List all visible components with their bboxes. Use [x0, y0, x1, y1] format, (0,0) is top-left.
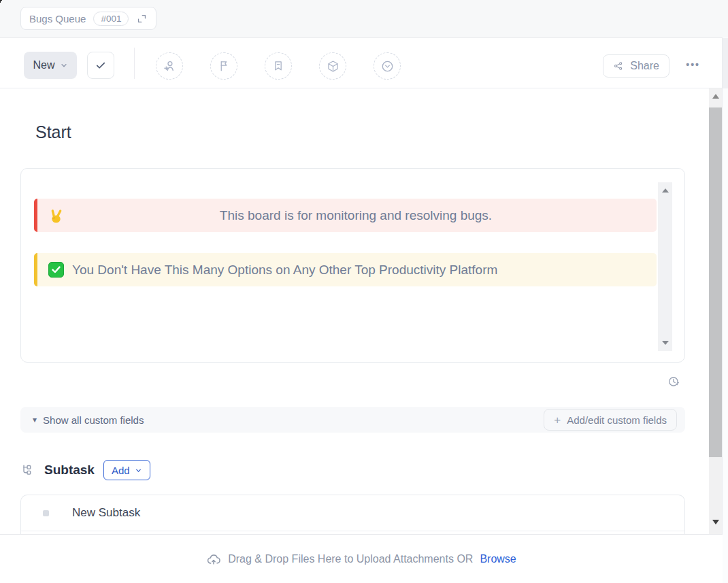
- task-toolbar: New: [0, 38, 723, 88]
- share-icon: [613, 61, 624, 71]
- add-custom-fields-button[interactable]: + Add/edit custom fields: [544, 409, 677, 431]
- subtask-row-label: New Subtask: [72, 506, 140, 520]
- set-assignee-button[interactable]: [156, 52, 183, 80]
- add-subtask-label: Add: [112, 465, 130, 476]
- circle-chevron-icon: [380, 59, 395, 73]
- banner-text: You Don't Have This Many Options on Any …: [72, 263, 497, 278]
- toolbar-divider: [134, 48, 135, 79]
- subtask-tree-icon: [20, 463, 35, 478]
- subtask-section-title: Subtask: [44, 463, 95, 478]
- task-breadcrumb-pill[interactable]: Bugs Queue #001: [20, 7, 156, 30]
- page-scrollbar[interactable]: [709, 88, 722, 534]
- subtask-section-header: Subtask Add: [20, 460, 150, 480]
- description-card[interactable]: This board is for monitoring and resolvi…: [20, 168, 685, 363]
- dependencies-button[interactable]: [319, 52, 346, 80]
- task-detail-window: Bugs Queue #001 New: [0, 0, 728, 583]
- scrollbar-thumb[interactable]: [709, 107, 722, 457]
- checkmark-icon: [95, 59, 107, 71]
- banner-monitoring[interactable]: This board is for monitoring and resolvi…: [34, 199, 657, 232]
- task-id-badge: #001: [93, 12, 129, 26]
- scroll-up-arrow-icon[interactable]: [662, 188, 669, 193]
- add-tag-button[interactable]: [265, 52, 292, 80]
- show-custom-fields-label: Show all custom fields: [43, 414, 144, 426]
- subtask-list-card: New Subtask: [20, 495, 685, 534]
- history-clock-icon[interactable]: [667, 375, 681, 389]
- upload-cloud-icon: [206, 552, 221, 567]
- banner-text: This board is for monitoring and resolvi…: [65, 208, 647, 223]
- custom-fields-bar: ▾ Show all custom fields + Add/edit cust…: [20, 407, 685, 433]
- caret-down-icon: ▾: [33, 416, 37, 424]
- share-button[interactable]: Share: [603, 54, 669, 78]
- task-title[interactable]: Start: [35, 122, 71, 142]
- assignee-person-icon: [162, 59, 177, 73]
- add-custom-fields-label: Add/edit custom fields: [567, 414, 667, 426]
- cursor-artifact: [0, 0, 5, 7]
- mark-complete-button[interactable]: [87, 52, 114, 79]
- share-label: Share: [630, 60, 659, 72]
- task-name: Bugs Queue: [29, 13, 86, 24]
- task-status-button[interactable]: [374, 52, 401, 80]
- attachment-dropzone[interactable]: Drag & Drop Files Here to Upload Attachm…: [0, 535, 723, 583]
- tag-bookmark-icon: [271, 59, 285, 73]
- chevron-down-icon: [60, 61, 68, 69]
- topbar: Bugs Queue #001: [0, 0, 728, 38]
- scroll-up-arrow-icon[interactable]: [712, 94, 719, 99]
- browse-link[interactable]: Browse: [480, 553, 516, 565]
- add-subtask-button[interactable]: Add: [103, 460, 150, 480]
- subtask-status-bullet[interactable]: [43, 510, 49, 516]
- plus-icon: +: [554, 414, 561, 426]
- subtask-row[interactable]: New Subtask: [21, 495, 684, 531]
- banner-options[interactable]: You Don't Have This Many Options on Any …: [34, 253, 657, 286]
- cube-icon: [326, 59, 340, 73]
- flag-icon: [217, 59, 231, 73]
- scroll-down-arrow-icon[interactable]: [712, 520, 719, 524]
- check-mark-emoji: [48, 262, 64, 278]
- scroll-down-arrow-icon[interactable]: [662, 341, 669, 345]
- window-right-edge-top: [723, 38, 728, 88]
- set-priority-button[interactable]: [210, 52, 237, 80]
- victory-hand-emoji: [48, 207, 65, 224]
- dropzone-text: Drag & Drop Files Here to Upload Attachm…: [228, 553, 473, 565]
- show-custom-fields-toggle[interactable]: ▾ Show all custom fields: [33, 407, 144, 433]
- description-scrollbar[interactable]: [658, 182, 672, 351]
- window-right-edge: [722, 37, 728, 583]
- status-new-button[interactable]: New: [24, 52, 77, 79]
- more-options-button[interactable]: •••: [686, 59, 700, 70]
- open-task-icon[interactable]: [136, 13, 148, 24]
- status-new-label: New: [33, 59, 54, 71]
- attachment-footer: Drag & Drop Files Here to Upload Attachm…: [0, 534, 723, 583]
- chevron-down-icon: [135, 467, 142, 474]
